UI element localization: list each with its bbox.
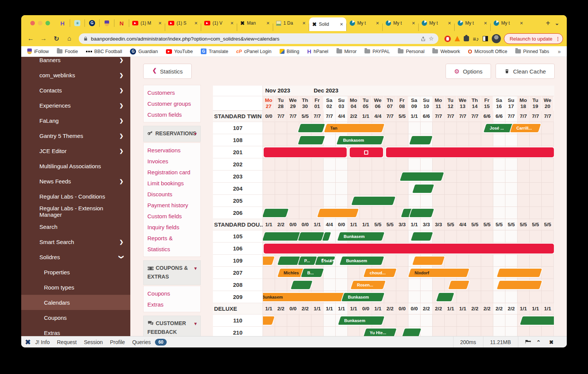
booking-bar[interactable] (498, 281, 541, 289)
calendar-cell[interactable] (299, 315, 311, 327)
booking-bar[interactable] (292, 281, 311, 289)
bookmark-microsoft-office[interactable]: OMicrosoft Office (468, 49, 507, 55)
sidebar-item-coupons[interactable]: Coupons (21, 310, 130, 325)
calendar-cell[interactable] (384, 158, 396, 171)
calendar-cell[interactable] (396, 158, 408, 171)
calendar-cell[interactable] (469, 134, 481, 146)
profile-avatar[interactable] (492, 34, 501, 43)
calendar-cell[interactable] (299, 207, 311, 219)
submenu-link-custom-fields[interactable]: Custom fields (144, 211, 200, 222)
calendar-cell[interactable] (287, 327, 299, 336)
sidebar-item-banners[interactable]: Banners❯ (21, 57, 130, 67)
calendar-cell[interactable] (336, 171, 348, 183)
calendar-cell[interactable] (530, 195, 542, 207)
calendar-cell[interactable] (457, 291, 469, 303)
calendar-cell[interactable] (433, 230, 445, 243)
booking-bar[interactable] (414, 257, 443, 265)
share-icon[interactable] (421, 36, 426, 42)
calendar-cell[interactable] (372, 183, 384, 195)
calendar-cell[interactable] (396, 230, 408, 243)
blocked-bar[interactable] (264, 244, 554, 254)
calendar-cell[interactable] (433, 315, 445, 327)
calendar-cell[interactable] (457, 207, 469, 219)
tab-close-icon[interactable]: ✕ (376, 21, 379, 26)
calendar-cell[interactable] (518, 195, 530, 207)
debug-item-request[interactable]: Request (57, 339, 77, 345)
booking-bar[interactable] (450, 281, 468, 289)
calendar-cell[interactable] (287, 195, 299, 207)
pinned-tab[interactable]: ✳ (70, 20, 84, 26)
new-tab-button[interactable]: + (541, 19, 555, 28)
submenu-section-coupons-extras[interactable]: COUPONS & EXTRAS▾ (143, 260, 201, 285)
calendar-cell[interactable] (493, 183, 505, 195)
sidebar-item-extras[interactable]: Extras (21, 325, 130, 336)
collapse-up-icon[interactable]: ⌃ (533, 339, 544, 345)
sidebar-item-solidres[interactable]: Solidres❯ (21, 249, 130, 264)
debug-item-j-info[interactable]: J! Info (35, 339, 50, 345)
calendar-cell[interactable] (493, 327, 505, 336)
calendar-cell[interactable] (396, 195, 408, 207)
calendar-cell[interactable] (445, 195, 457, 207)
calendar-cell[interactable] (493, 171, 505, 183)
calendar-cell[interactable] (469, 171, 481, 183)
tab-close-icon[interactable]: ✕ (448, 21, 451, 26)
calendar-cell[interactable] (505, 158, 518, 171)
submenu-link-limit-bookings[interactable]: Limit bookings (144, 178, 200, 189)
browser-tab[interactable]: ✖Man✕ (237, 15, 273, 31)
calendar-cell[interactable] (348, 327, 360, 336)
calendar-cell[interactable] (384, 122, 396, 134)
calendar-cell[interactable] (445, 230, 457, 243)
bookmark-footie[interactable]: Footie (57, 49, 78, 54)
calendar-cell[interactable] (493, 315, 505, 327)
calendar-cell[interactable] (469, 158, 481, 171)
calendar-cell[interactable] (263, 158, 275, 171)
calendar-cell[interactable] (445, 183, 457, 195)
booking-bar[interactable] (411, 209, 433, 217)
calendar-cell[interactable] (542, 207, 554, 219)
calendar-cell[interactable] (457, 134, 469, 146)
browser-tab[interactable]: My t✕ (491, 15, 526, 31)
calendar-cell[interactable] (457, 327, 469, 336)
calendar-cell[interactable] (299, 171, 311, 183)
calendar-cell[interactable] (481, 279, 493, 291)
sidebar-item-room-types[interactable]: Room types (21, 280, 130, 295)
clean-cache-button[interactable]: Clean Cache (496, 64, 555, 79)
address-bar[interactable]: baanpordeedin.com/administrator/index.ph… (79, 33, 438, 44)
calendar-cell[interactable] (481, 158, 493, 171)
calendar-cell[interactable] (445, 134, 457, 146)
calendar-cell[interactable] (336, 195, 348, 207)
blocked-bar[interactable] (386, 147, 554, 157)
calendar-cell[interactable] (433, 279, 445, 291)
booking-bar[interactable]: Bunkasem (339, 232, 383, 241)
submenu-link-extras[interactable]: Extras (144, 299, 200, 310)
calendar-cell[interactable] (324, 327, 336, 336)
booking-bar[interactable] (324, 232, 330, 241)
sidebar-item-search[interactable]: Search (21, 219, 130, 234)
calendar-cell[interactable] (542, 195, 554, 207)
calendar-cell[interactable] (542, 183, 554, 195)
calendar-cell[interactable] (457, 158, 469, 171)
calendar-cell[interactable] (421, 122, 433, 134)
sidebar-item-smart-search[interactable]: Smart Search❯ (21, 234, 130, 249)
calendar-cell[interactable] (469, 230, 481, 243)
calendar-cell[interactable] (493, 195, 505, 207)
sidebar-item-com-weblinks[interactable]: com_weblinks❯ (21, 67, 130, 83)
calendar-cell[interactable] (324, 134, 336, 146)
bookmark-ifollow[interactable]: iFollow (27, 49, 49, 54)
submenu-link-coupons[interactable]: Coupons (144, 288, 200, 299)
browser-tab-active[interactable]: ✖Solid✕ (309, 17, 346, 31)
calendar-cell[interactable] (384, 230, 396, 243)
blocked-bar[interactable] (350, 147, 383, 157)
adblock-icon[interactable] (444, 36, 451, 42)
calendar-cell[interactable] (469, 183, 481, 195)
calendar-cell[interactable] (384, 279, 396, 291)
calendar-cell[interactable] (287, 171, 299, 183)
tab-close-icon[interactable]: ✕ (230, 21, 234, 26)
bookmark-mirror[interactable]: Mirror (336, 49, 357, 54)
calendar-cell[interactable] (287, 183, 299, 195)
tab-close-icon[interactable]: ✕ (412, 21, 415, 26)
calendar-cell[interactable] (518, 230, 530, 243)
sidebar-item-regular-labs-extension-manager[interactable]: Regular Labs - Extension Manager (21, 204, 130, 219)
calendar-cell[interactable] (469, 255, 481, 267)
calendar-cell[interactable] (518, 183, 530, 195)
